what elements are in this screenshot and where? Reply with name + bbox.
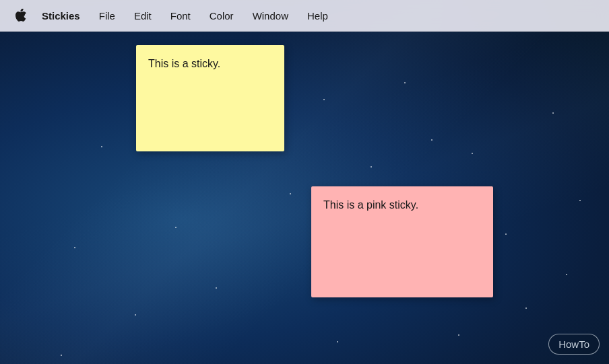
apple-menu[interactable]	[11, 6, 31, 25]
desktop	[0, 0, 609, 364]
pink-sticky-text: This is a pink sticky.	[323, 199, 418, 211]
star	[323, 99, 325, 100]
star	[74, 247, 75, 248]
menubar: Stickies File Edit Font Color Window Hel…	[0, 0, 609, 32]
menubar-edit[interactable]: Edit	[126, 6, 160, 25]
menubar-file[interactable]: File	[91, 6, 123, 25]
star	[472, 153, 473, 154]
star	[135, 314, 136, 316]
menubar-help[interactable]: Help	[299, 6, 336, 25]
star	[566, 274, 567, 275]
howto-badge[interactable]: HowTo	[548, 334, 600, 355]
star	[404, 82, 406, 83]
menubar-stickies[interactable]: Stickies	[34, 6, 88, 25]
star	[61, 355, 62, 356]
star	[371, 166, 372, 168]
menubar-window[interactable]: Window	[245, 6, 296, 25]
star	[458, 334, 459, 336]
menubar-font[interactable]: Font	[162, 6, 199, 25]
yellow-sticky-text: This is a sticky.	[148, 58, 220, 69]
star	[290, 193, 291, 194]
menubar-color[interactable]: Color	[201, 6, 242, 25]
star	[431, 139, 432, 141]
star	[552, 112, 554, 114]
star	[216, 287, 217, 289]
pink-sticky[interactable]: This is a pink sticky.	[311, 186, 493, 297]
yellow-sticky[interactable]: This is a sticky.	[136, 45, 284, 151]
star	[175, 227, 177, 228]
star	[101, 146, 102, 147]
star	[579, 200, 581, 201]
star	[525, 307, 527, 309]
star	[337, 341, 338, 342]
star	[505, 233, 507, 235]
